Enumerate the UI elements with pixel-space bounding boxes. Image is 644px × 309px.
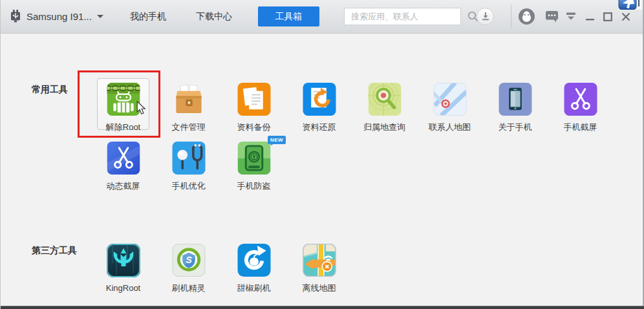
tool-item-label: 动态截屏 bbox=[107, 180, 140, 192]
main-menu-button[interactable] bbox=[564, 0, 578, 33]
tool-item-contacts-map[interactable]: 联系人地图 bbox=[417, 83, 482, 133]
tool-item-phone-optimize[interactable]: 手机优化 bbox=[156, 142, 221, 192]
tool-item-file-manager[interactable]: 文件管理 bbox=[156, 83, 221, 133]
titlebar: Samsung I91... 我的手机 下载中心 工具箱 bbox=[1, 0, 644, 34]
search-input[interactable] bbox=[345, 12, 467, 21]
tab-my-phone[interactable]: 我的手机 bbox=[123, 6, 173, 27]
kingroot-icon bbox=[107, 244, 140, 277]
flash-wizard-icon: S bbox=[172, 244, 206, 277]
search-box bbox=[344, 8, 461, 25]
contacts-map-icon bbox=[433, 83, 467, 116]
tool-item-label: 资料还原 bbox=[303, 122, 336, 133]
section-title-third-party: 第三方工具 bbox=[32, 245, 77, 257]
tool-item-data-restore[interactable]: 资料还原 bbox=[286, 83, 352, 133]
svg-text:S: S bbox=[186, 255, 192, 265]
tool-item-phone-antitheft[interactable]: NEW 手机防盗 bbox=[221, 142, 286, 192]
minimize-icon bbox=[586, 12, 594, 21]
download-icon bbox=[480, 12, 491, 21]
tool-item-about-phone[interactable]: 关于手机 bbox=[482, 83, 548, 133]
phone-screenshot-icon bbox=[564, 83, 597, 116]
window-bottom-edge bbox=[1, 306, 644, 309]
section-title-common-tools: 常用工具 bbox=[32, 84, 68, 96]
offline-map-icon bbox=[303, 244, 336, 277]
tool-item-pepper-flash[interactable]: 甜椒刷机 bbox=[221, 244, 286, 294]
tool-item-label: 关于手机 bbox=[499, 122, 532, 133]
tab-toolbox[interactable]: 工具箱 bbox=[258, 6, 319, 27]
about-phone-icon bbox=[499, 83, 532, 116]
location-lookup-icon bbox=[368, 83, 402, 116]
tool-item-label: 联系人地图 bbox=[429, 122, 471, 133]
new-badge: NEW bbox=[268, 136, 286, 144]
qq-account-button[interactable] bbox=[518, 0, 535, 33]
tool-item-flash-wizard[interactable]: S 刷机精灵 bbox=[156, 244, 221, 294]
third-party-grid: KingRoot S 刷机精灵 bbox=[91, 244, 616, 303]
tool-item-label: 解除Root bbox=[106, 122, 140, 133]
tool-item-phone-screenshot[interactable]: 手机截屏 bbox=[548, 83, 613, 133]
chevron-down-icon bbox=[97, 15, 103, 21]
tool-item-label: KingRoot bbox=[106, 283, 140, 293]
feedback-button[interactable] bbox=[544, 0, 559, 33]
tool-item-label: 手机防盗 bbox=[237, 180, 271, 192]
tool-item-remove-root[interactable]: 解除Root bbox=[91, 83, 156, 133]
qq-icon bbox=[519, 8, 535, 25]
overlapping-window-fragment bbox=[618, 0, 643, 10]
pepper-flash-icon bbox=[237, 244, 271, 277]
data-restore-icon bbox=[303, 83, 336, 116]
tool-item-kingroot[interactable]: KingRoot bbox=[91, 244, 156, 294]
close-icon bbox=[621, 12, 630, 21]
main-tabs: 我的手机 下载中心 工具箱 bbox=[123, 6, 319, 27]
download-manager-button[interactable] bbox=[477, 8, 494, 25]
app-window: Samsung I91... 我的手机 下载中心 工具箱 bbox=[0, 0, 644, 309]
maximize-icon bbox=[603, 12, 612, 21]
tool-item-label: 资料备份 bbox=[237, 122, 271, 133]
menu-arrow-icon bbox=[565, 12, 577, 21]
tool-item-label: 文件管理 bbox=[172, 122, 206, 133]
tool-item-label: 离线地图 bbox=[303, 282, 336, 294]
tool-item-dynamic-screenshot[interactable]: 动态截屏 bbox=[91, 142, 156, 192]
maximize-button[interactable] bbox=[600, 0, 616, 33]
tool-item-label: 手机截屏 bbox=[564, 122, 597, 133]
common-tools-grid: 解除Root 文件管理 bbox=[91, 83, 616, 200]
tool-item-label: 归属地查询 bbox=[363, 122, 405, 133]
file-manager-icon bbox=[172, 83, 206, 116]
chat-icon bbox=[546, 11, 558, 23]
tool-item-label: 手机优化 bbox=[172, 180, 206, 192]
tool-item-label: 刷机精灵 bbox=[172, 282, 206, 294]
titlebar-divider bbox=[511, 5, 511, 29]
toolbox-content: 常用工具 bbox=[1, 34, 644, 309]
usb-phone-icon bbox=[10, 10, 21, 23]
data-backup-icon bbox=[237, 83, 271, 116]
dynamic-screenshot-icon bbox=[107, 142, 140, 175]
tool-item-offline-map[interactable]: 离线地图 bbox=[286, 244, 352, 294]
tool-item-location-lookup[interactable]: 归属地查询 bbox=[352, 83, 417, 133]
phone-antitheft-icon bbox=[237, 142, 271, 175]
device-selector[interactable]: Samsung I91... bbox=[10, 0, 103, 33]
tool-item-data-backup[interactable]: 资料备份 bbox=[221, 83, 286, 133]
remove-root-icon bbox=[107, 83, 140, 116]
phone-optimize-icon bbox=[172, 142, 206, 175]
tab-download-center[interactable]: 下载中心 bbox=[189, 6, 239, 27]
device-label: Samsung I91... bbox=[27, 11, 92, 22]
minimize-button[interactable] bbox=[582, 0, 597, 33]
tool-item-label: 甜椒刷机 bbox=[237, 282, 271, 294]
